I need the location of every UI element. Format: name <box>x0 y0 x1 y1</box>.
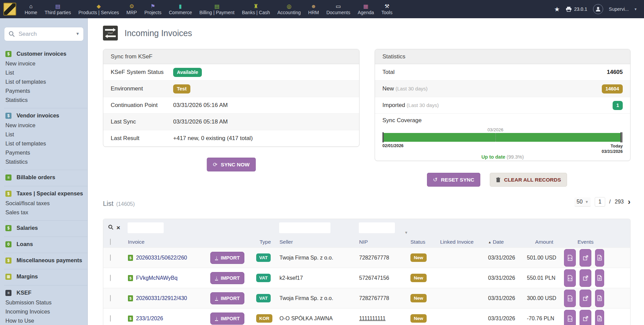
invoice-amount: -70.76 PLN <box>527 316 557 322</box>
sidebar-section-miscellaneous-payments[interactable]: $ Miscellaneous payments <box>0 255 87 266</box>
sidebar-section-loans[interactable]: 0 Loans <box>0 239 87 249</box>
menu-item-commerce[interactable]: ▮ Commerce <box>165 0 195 18</box>
menu-item-products-services[interactable]: ◆ Products | Services <box>75 0 123 18</box>
sidebar-divider <box>4 285 87 286</box>
col-header-nip[interactable]: NIP <box>358 239 410 245</box>
menu-item-banks-cash[interactable]: ♜ Banks | Cash <box>238 0 274 18</box>
sidebar-section-vendor-invoices[interactable]: $ Vendor invoices <box>0 110 87 121</box>
invoice-ref-link[interactable]: FVkgMcNAWyBq <box>136 275 178 281</box>
view-xml-button[interactable] <box>564 310 576 325</box>
import-button[interactable]: ↓ IMPORT <box>210 313 244 325</box>
sidebar-item-payments[interactable]: Payments <box>0 148 87 157</box>
menu-item-hrm[interactable]: ☻ HRM <box>304 0 323 18</box>
user-avatar[interactable] <box>593 4 603 14</box>
sidebar-section-taxes-special-expenses[interactable]: $ Taxes | Special expenses <box>0 188 87 199</box>
import-button[interactable]: ↓ IMPORT <box>210 252 244 264</box>
row-checkbox[interactable] <box>110 275 111 281</box>
chevron-down-icon: ▼ <box>585 200 589 204</box>
ksef-icon: ≡ <box>5 290 11 296</box>
col-header-linked-invoice[interactable]: Linked Invoice <box>439 239 488 245</box>
invoice-ref-link[interactable]: 20260331/32912/430 <box>136 295 187 301</box>
filter-search-icon[interactable] <box>108 224 114 232</box>
sidebar-item-payments[interactable]: Payments <box>0 86 87 96</box>
menu-item-accounting[interactable]: ◎ Accounting <box>274 0 304 18</box>
filter-clear-icon[interactable]: × <box>116 225 120 231</box>
sidebar-item-list[interactable]: List <box>0 130 87 139</box>
view-xml-button[interactable] <box>564 290 576 307</box>
filter-invoice-input[interactable] <box>128 223 163 233</box>
sidebar-section: ⊞ Margins <box>0 269 87 282</box>
col-header-invoice[interactable]: Invoice <box>120 239 210 245</box>
open-invoice-button[interactable] <box>580 249 591 267</box>
open-invoice-button[interactable] <box>580 290 591 307</box>
select-all-checkbox[interactable] <box>110 239 111 245</box>
page-size-select[interactable]: 50▼ <box>574 197 591 207</box>
filter-seller-input[interactable] <box>279 223 330 233</box>
sidebar-item-list-of-templates[interactable]: List of templates <box>0 139 87 148</box>
menu-item-third-parties[interactable]: ▤ Third parties <box>41 0 75 18</box>
current-page[interactable]: 1 <box>595 197 605 207</box>
sidebar-item-new-invoice[interactable]: New invoice <box>0 59 87 68</box>
sidebar-item-submission-status[interactable]: Submission Status <box>0 298 87 307</box>
col-header-amount[interactable]: Amount <box>527 239 557 245</box>
import-button[interactable]: ↓ IMPORT <box>210 272 244 284</box>
open-invoice-button[interactable] <box>580 310 591 325</box>
sidebar-item-new-invoice[interactable]: New invoice <box>0 121 87 130</box>
top-menu-bar: ⌂ Home ▤ Third parties ◆ Products | Serv… <box>0 0 644 18</box>
row-checkbox[interactable] <box>110 254 111 261</box>
sidebar-item-list[interactable]: List <box>0 68 87 77</box>
sidebar-item-social-fiscal-taxes[interactable]: Social/fiscal taxes <box>0 199 87 208</box>
download-pdf-button[interactable] <box>595 269 604 287</box>
col-header-seller[interactable]: Seller <box>277 239 358 245</box>
search-input[interactable] <box>4 27 84 41</box>
company-logo[interactable] <box>3 3 16 16</box>
download-pdf-button[interactable] <box>595 310 604 325</box>
search-dropdown-caret-icon[interactable]: ▼ <box>76 31 80 36</box>
favorites-star-icon[interactable]: ★ <box>554 5 560 13</box>
sidebar-item-sales-tax[interactable]: Sales tax <box>0 208 87 217</box>
menu-item-agenda[interactable]: ▦ Agenda <box>354 0 378 18</box>
col-header-date[interactable]: ▲ Date <box>488 239 527 245</box>
reset-sync-button[interactable]: ↺ RESET SYNC <box>427 173 480 187</box>
clear-all-records-button[interactable]: CLEAR ALL RECORDS <box>490 173 567 187</box>
col-header-type[interactable]: Type <box>253 239 277 245</box>
sidebar-item-incoming-invoices[interactable]: Incoming Invoices <box>0 307 87 316</box>
menu-item-projects[interactable]: ⚑ Projects <box>141 0 165 18</box>
invoice-amount: 550.01 PLN <box>527 275 557 281</box>
sidebar-item-how-to-use[interactable]: How to Use <box>0 316 87 325</box>
sync-now-button[interactable]: ⟳ SYNC NOW <box>207 158 256 171</box>
user-menu-label[interactable]: Supervi... <box>609 6 629 12</box>
sidebar-section-margins[interactable]: ⊞ Margins <box>0 271 87 282</box>
view-xml-button[interactable] <box>564 249 576 267</box>
sidebar-section-billable-orders[interactable]: ≡ Billable orders <box>0 172 87 183</box>
next-page-button[interactable]: › <box>628 198 630 205</box>
invoice-ref-link[interactable]: 20260331/50622/260 <box>136 255 187 261</box>
filter-nip-input[interactable] <box>359 223 395 233</box>
download-pdf-button[interactable] <box>595 290 604 307</box>
menu-item-home[interactable]: ⌂ Home <box>21 0 41 18</box>
menu-item-tools[interactable]: ⚒ Tools <box>378 0 396 18</box>
import-button[interactable]: ↓ IMPORT <box>210 292 244 304</box>
invoice-ref-link[interactable]: 233/1/2026 <box>136 316 163 322</box>
view-xml-button[interactable] <box>564 269 576 287</box>
sidebar-item-statistics[interactable]: Statistics <box>0 96 87 105</box>
sidebar-section-customer-invoices[interactable]: $ Customer invoices <box>0 49 87 59</box>
menu-item-billing-payment[interactable]: ▤ Billing | Payment <box>196 0 238 18</box>
actions-row: ↺ RESET SYNC CLEAR ALL RECORDS <box>103 173 630 187</box>
menu-item-mrp[interactable]: ⚙ MRP <box>123 0 141 18</box>
sidebar-item-statistics[interactable]: Statistics <box>0 157 87 166</box>
sidebar-section-ksef[interactable]: ≡ KSEF <box>0 288 87 298</box>
printer-icon[interactable] <box>566 6 572 12</box>
chevron-down-icon[interactable]: ▾ <box>635 7 637 11</box>
download-pdf-button[interactable] <box>595 249 604 267</box>
sidebar-section-salaries[interactable]: $ Salaries <box>0 223 87 233</box>
sidebar-divider <box>4 108 87 108</box>
row-checkbox[interactable] <box>110 295 111 301</box>
home-icon: ⌂ <box>29 3 33 10</box>
open-invoice-button[interactable] <box>580 269 591 287</box>
sidebar-item-list-of-templates[interactable]: List of templates <box>0 77 87 86</box>
col-header-status[interactable]: Status <box>410 239 439 245</box>
panel-row-environment: Environment Test <box>103 81 359 97</box>
row-checkbox[interactable] <box>110 315 111 322</box>
menu-item-documents[interactable]: ▭ Documents <box>323 0 354 18</box>
